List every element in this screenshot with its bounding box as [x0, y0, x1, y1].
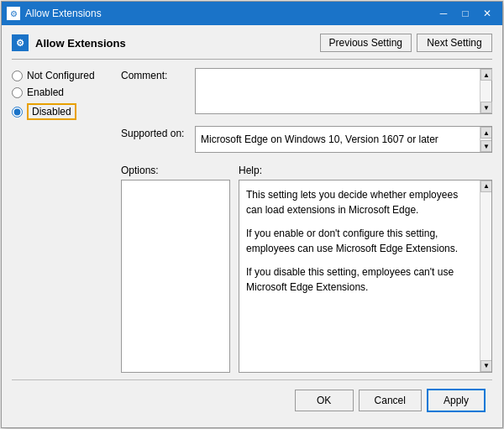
- comment-label: Comment:: [121, 68, 188, 81]
- radio-disabled[interactable]: Disabled: [12, 103, 113, 120]
- options-label: Options:: [121, 165, 230, 176]
- radio-disabled-label: Disabled: [32, 106, 71, 118]
- title-controls: ─ □ ✕: [433, 5, 497, 22]
- main-area: Not Configured Enabled Disabled: [12, 68, 492, 373]
- help-section: Options: Help: This setting lets you dec…: [121, 165, 492, 373]
- title-bar-left: ⚙ Allow Extensions: [7, 7, 102, 20]
- supported-row: Supported on: Microsoft Edge on Windows …: [121, 126, 492, 153]
- previous-setting-button[interactable]: Previous Setting: [320, 34, 412, 52]
- comment-scrollbar: ▲ ▼: [480, 69, 491, 113]
- header-title-text: Allow Extensions: [35, 37, 126, 50]
- options-section: Options:: [121, 165, 230, 373]
- main-window: ⚙ Allow Extensions ─ □ ✕ ⚙ Allow Extensi…: [1, 1, 503, 428]
- comment-box: ▲ ▼: [195, 68, 492, 114]
- dialog-content: ⚙ Allow Extensions Previous Setting Next…: [2, 25, 502, 427]
- minimize-button[interactable]: ─: [433, 5, 454, 22]
- help-label: Help:: [239, 165, 492, 176]
- radio-disabled-box: Disabled: [27, 103, 76, 120]
- title-bar: ⚙ Allow Extensions ─ □ ✕: [2, 2, 502, 25]
- help-para-2: If you enable or don't configure this se…: [246, 226, 476, 256]
- radio-enabled[interactable]: Enabled: [12, 86, 113, 98]
- close-button[interactable]: ✕: [477, 5, 497, 22]
- supported-on-text: Microsoft Edge on Windows 10, Version 16…: [201, 133, 491, 145]
- options-box: [121, 180, 230, 373]
- help-scrollbar: ▲ ▼: [480, 180, 491, 372]
- supported-scroll-down[interactable]: ▼: [480, 140, 492, 152]
- scroll-track: [480, 81, 491, 102]
- radio-enabled-label: Enabled: [27, 86, 64, 98]
- header-icon: ⚙: [12, 34, 29, 51]
- help-scroll-track: [480, 192, 491, 360]
- ok-button[interactable]: OK: [295, 390, 354, 411]
- right-panel: Comment: ▲ ▼ Supported on: Microsoft Edg…: [121, 68, 492, 373]
- radio-not-configured-input[interactable]: [12, 71, 23, 81]
- supported-on-label: Supported on:: [121, 126, 188, 139]
- window-title: Allow Extensions: [25, 8, 102, 19]
- cancel-button[interactable]: Cancel: [359, 390, 422, 411]
- dialog-header-title: ⚙ Allow Extensions: [12, 34, 126, 51]
- supported-box: Microsoft Edge on Windows 10, Version 16…: [195, 126, 492, 153]
- radio-group: Not Configured Enabled Disabled: [12, 70, 113, 120]
- apply-button[interactable]: Apply: [427, 389, 486, 412]
- next-setting-button[interactable]: Next Setting: [417, 34, 492, 52]
- radio-enabled-input[interactable]: [12, 87, 23, 98]
- help-scroll-up[interactable]: ▲: [480, 180, 492, 192]
- header-row: ⚙ Allow Extensions Previous Setting Next…: [12, 34, 492, 60]
- scroll-down-arrow[interactable]: ▼: [480, 102, 492, 113]
- window-icon: ⚙: [7, 7, 20, 20]
- help-text-section: Help: This setting lets you decide wheth…: [239, 165, 492, 373]
- help-scroll-down[interactable]: ▼: [480, 360, 492, 372]
- help-panels: Options: Help: This setting lets you dec…: [121, 165, 492, 373]
- supported-scroll-up[interactable]: ▲: [480, 127, 492, 139]
- radio-disabled-input[interactable]: [12, 107, 23, 118]
- supported-scrollbar: ▲ ▼: [480, 127, 491, 152]
- radio-not-configured-label: Not Configured: [27, 70, 95, 81]
- help-para-1: This setting lets you decide whether emp…: [246, 187, 476, 217]
- radio-not-configured[interactable]: Not Configured: [12, 70, 113, 81]
- scroll-up-arrow[interactable]: ▲: [480, 69, 492, 81]
- help-para-3: If you disable this setting, employees c…: [246, 264, 476, 295]
- maximize-button[interactable]: □: [455, 5, 475, 22]
- comment-row: Comment: ▲ ▼: [121, 68, 492, 114]
- left-panel: Not Configured Enabled Disabled: [12, 68, 121, 373]
- help-box: This setting lets you decide whether emp…: [239, 180, 492, 373]
- footer: OK Cancel Apply: [12, 379, 492, 419]
- header-buttons: Previous Setting Next Setting: [320, 34, 492, 52]
